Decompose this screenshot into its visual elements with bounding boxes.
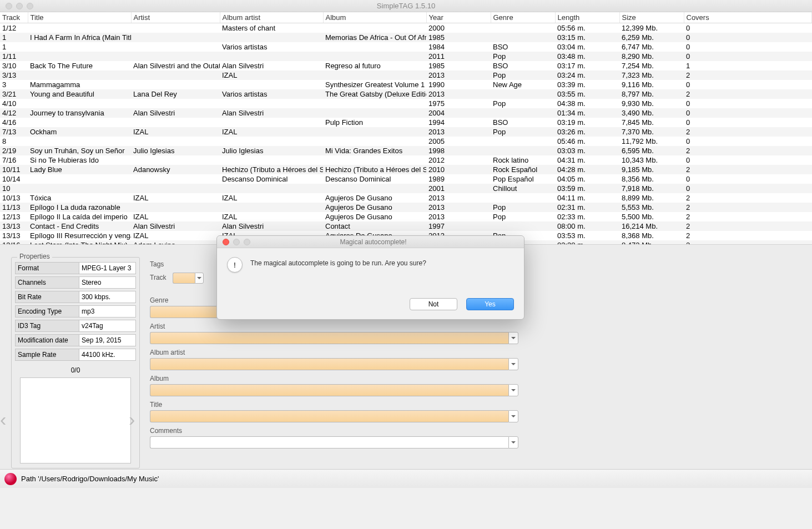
comments-label: Comments — [150, 427, 518, 435]
table-row[interactable]: 3/10Back To The FutureAlan Silvestri and… — [0, 61, 812, 70]
col-album-artist[interactable]: Album artist — [220, 12, 323, 23]
property-row: Sample Rate44100 kHz. — [15, 349, 136, 361]
table-row[interactable]: 8200505:46 m.11,792 Mb.0 — [0, 137, 812, 146]
table-row[interactable]: 7/16Si no Te Hubieras Ido2012Rock latino… — [0, 155, 812, 165]
table-row[interactable]: 2/19Soy un Truhán, Soy un SeñorJulio Igl… — [0, 146, 812, 155]
table-row[interactable]: 4/16Pulp Fiction1994BSO03:19 m.7,845 Mb.… — [0, 118, 812, 127]
table-row[interactable]: 4/101975Pop04:38 m.9,930 Mb.0 — [0, 99, 812, 108]
title-combo[interactable] — [150, 410, 518, 422]
table-row[interactable]: 3/21Young and BeautifulLana Del ReyVario… — [0, 89, 812, 99]
status-path: Path '/Users/Rodrigo/Downloads/My Music' — [21, 475, 159, 483]
properties-panel: Properties FormatMPEG-1 Layer 3ChannelsS… — [11, 257, 140, 468]
app-icon — [4, 473, 17, 485]
properties-heading: Properties — [17, 253, 52, 260]
track-label: Track — [150, 274, 167, 281]
chevron-down-icon[interactable] — [195, 273, 204, 284]
col-size[interactable]: Size — [619, 12, 684, 23]
property-row: Encoding Typemp3 — [15, 305, 136, 318]
col-track[interactable]: Track — [0, 12, 28, 23]
table-row[interactable]: 13/13Contact - End CreditsAlan Silvestri… — [0, 221, 812, 231]
chevron-down-icon[interactable] — [508, 332, 518, 344]
col-album[interactable]: Album — [323, 12, 426, 23]
album-artist-combo[interactable] — [150, 358, 518, 370]
yes-button[interactable]: Yes — [466, 298, 514, 310]
chevron-down-icon[interactable] — [508, 384, 518, 396]
tracks-table[interactable]: TrackTitleArtistAlbum artistAlbumYearGen… — [0, 12, 812, 244]
table-row[interactable]: 10/14Descanso DominicalDescanso Dominica… — [0, 174, 812, 184]
dialog-message: The magical autocomplete is going to be … — [250, 257, 426, 273]
alert-icon: ! — [227, 257, 243, 273]
table-row[interactable]: 1I Had A Farm In Africa (Main TitlMemori… — [0, 33, 812, 42]
table-row[interactable]: 4/12Journey to transylvaniaAlan Silvestr… — [0, 108, 812, 118]
table-row[interactable]: 3MammagammaSynthesizer Greatest Volume 1… — [0, 80, 812, 89]
title-label: Title — [150, 401, 518, 409]
col-covers[interactable]: Covers — [684, 12, 812, 23]
cover-art-box[interactable] — [20, 377, 131, 463]
confirm-dialog: Magical autocomplete! ! The magical auto… — [216, 235, 524, 320]
col-year[interactable]: Year — [426, 12, 491, 23]
comments-combo[interactable] — [150, 436, 518, 449]
chevron-down-icon[interactable] — [508, 436, 518, 449]
artist-label: Artist — [150, 323, 518, 330]
window-title: SimpleTAG 1.5.10 — [33, 2, 779, 10]
table-row[interactable]: 1Varios artistas1984BSO03:04 m.6,747 Mb.… — [0, 42, 812, 52]
col-length[interactable]: Length — [555, 12, 619, 23]
zoom-window-icon[interactable] — [27, 3, 33, 9]
dialog-title: Magical autocomplete! — [250, 238, 496, 246]
col-genre[interactable]: Genre — [491, 12, 555, 23]
close-window-icon[interactable] — [6, 3, 12, 9]
table-body[interactable]: 1/12Masters of chant200005:56 m.12,399 M… — [0, 23, 812, 245]
col-title[interactable]: Title — [28, 12, 131, 23]
col-artist[interactable]: Artist — [131, 12, 220, 23]
window-titlebar: SimpleTAG 1.5.10 — [0, 0, 812, 12]
dialog-zoom-icon — [244, 239, 250, 245]
window-traffic-lights — [0, 3, 33, 9]
album-combo[interactable] — [150, 384, 518, 396]
chevron-down-icon[interactable] — [508, 410, 518, 422]
table-row[interactable]: 1/112011Pop03:48 m.8,290 Mb.0 — [0, 52, 812, 61]
minimize-window-icon[interactable] — [16, 3, 23, 9]
table-header-row[interactable]: TrackTitleArtistAlbum artistAlbumYearGen… — [0, 12, 812, 23]
table-row[interactable]: 102001Chillout03:59 m.7,918 Mb.0 — [0, 184, 812, 193]
table-row[interactable]: 10/11Lady BlueAdanowskyHechizo (Tributo … — [0, 165, 812, 174]
track-combo[interactable] — [173, 273, 204, 284]
cover-next-button[interactable]: › — [129, 411, 141, 429]
table-row[interactable]: 12/13Epílogo II La caída del imperioIZAL… — [0, 212, 812, 221]
property-row: ChannelsStereo — [15, 276, 136, 289]
dialog-titlebar: Magical autocomplete! — [217, 236, 524, 248]
not-button[interactable]: Not — [410, 298, 457, 310]
album-label: Album — [150, 375, 518, 382]
table-row[interactable]: 3/13IZAL2013Pop03:24 m.7,323 Mb.2 — [0, 70, 812, 80]
artist-combo[interactable] — [150, 332, 518, 344]
album-artist-label: Album artist — [150, 349, 518, 356]
cover-counter: 0/0 — [15, 366, 136, 374]
property-row: ID3 Tagv24Tag — [15, 320, 136, 332]
table-row[interactable]: 10/13TóxicaIZALIZALAgujeros De Gusano201… — [0, 193, 812, 203]
table-row[interactable]: 11/13Epílogo I La duda razonableAgujeros… — [0, 203, 812, 212]
status-bar: Path '/Users/Rodrigo/Downloads/My Music' — [0, 469, 812, 488]
property-row: FormatMPEG-1 Layer 3 — [15, 262, 136, 274]
property-row: Bit Rate300 kbps. — [15, 291, 136, 303]
dialog-minimize-icon — [233, 239, 240, 245]
table-row[interactable]: 7/13OckhamIZALIZAL2013Pop03:26 m.7,370 M… — [0, 127, 812, 137]
chevron-down-icon[interactable] — [508, 358, 518, 370]
dialog-close-icon[interactable] — [223, 239, 229, 245]
table-row[interactable]: 1/12Masters of chant200005:56 m.12,399 M… — [0, 23, 812, 33]
cover-prev-button[interactable]: ‹ — [0, 411, 12, 429]
property-row: Modification dateSep 19, 2015 — [15, 334, 136, 346]
